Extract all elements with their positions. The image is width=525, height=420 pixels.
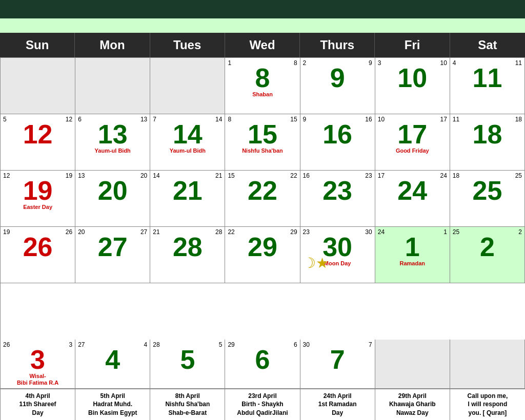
- gregorian-num: 16: [303, 172, 310, 179]
- islamic-num: 26: [66, 228, 72, 236]
- main-date-num: 15: [228, 121, 297, 148]
- islamic-num: 15: [290, 116, 297, 123]
- main-date-num: 28: [153, 234, 222, 260]
- calendar-cell: 101717Good Friday: [375, 114, 450, 171]
- gregorian-num: 30: [303, 341, 310, 348]
- main-date-num: 24: [378, 177, 447, 204]
- main-date-num: 7: [303, 346, 372, 373]
- islamic-num: 27: [140, 228, 147, 236]
- main-date-num: 14: [153, 121, 222, 148]
- calendar-cell: 111818: [450, 114, 525, 171]
- gregorian-num: 8: [228, 116, 231, 123]
- islamic-num: 24: [440, 172, 447, 179]
- gregorian-num: 27: [78, 341, 85, 348]
- calendar-cell: 142121: [150, 171, 225, 227]
- event-label: Yaum-ul Bidh: [78, 148, 147, 154]
- islamic-num: 7: [369, 341, 372, 348]
- islamic-header: [0, 18, 525, 33]
- calendar-cell: 182525: [450, 171, 525, 227]
- gregorian-num: 29: [228, 341, 234, 348]
- calendar-cell: 2744: [75, 340, 150, 388]
- gregorian-num: 9: [303, 116, 307, 123]
- calendar-cell: 2855: [150, 340, 225, 388]
- main-date-num: 29: [228, 234, 297, 260]
- main-date-num: 23: [303, 177, 372, 204]
- gregorian-num: 3: [378, 59, 381, 67]
- main-date-num: 1: [378, 234, 447, 260]
- event-label: Shaban: [228, 91, 297, 98]
- calendar-cell: 81515Nishfu Sha'ban: [225, 114, 300, 171]
- calendar-grid: 188Shaban29931010411115121261313Yaum-ul …: [0, 57, 525, 340]
- footer-cell: 8th April Nishfu Sha'ban Shab-e-Barat: [150, 389, 225, 420]
- event-label: Ramadan: [378, 260, 447, 267]
- calendar-cell: 132020: [75, 171, 150, 227]
- islamic-num: 22: [290, 172, 297, 179]
- calendar-cell: 61313Yaum-ul Bidh: [75, 114, 150, 171]
- islamic-num: 14: [215, 116, 222, 123]
- islamic-num: 1: [443, 228, 447, 236]
- gregorian-num: 21: [153, 228, 159, 236]
- islamic-num: 21: [215, 172, 222, 179]
- calendar-cell: 2411Ramadan: [375, 227, 450, 283]
- calendar-cell: [150, 58, 225, 114]
- calendar-cell: 121919Easter Day: [1, 171, 75, 227]
- calendar-cell: 202727: [75, 227, 150, 283]
- app: SunMonTuesWedThursFriSat 188Shaban299310…: [0, 0, 525, 420]
- islamic-num: 28: [215, 228, 222, 236]
- main-date-num: 9: [303, 65, 372, 91]
- day-header: Fri: [375, 33, 450, 57]
- day-header: Tues: [150, 33, 225, 57]
- islamic-num: 8: [294, 59, 297, 67]
- event-label: Nishfu Sha'ban: [228, 148, 297, 154]
- islamic-num: 20: [140, 172, 147, 179]
- main-date-num: 17: [378, 121, 447, 148]
- footer-cell: 29th April Khawaja Gharib Nawaz Day: [375, 389, 450, 420]
- event-label: Easter Day: [3, 204, 72, 211]
- footer-cell: 5th April Hadrat Muhd. Bin Kasim Egypt: [75, 389, 150, 420]
- gregorian-num: 20: [78, 228, 85, 236]
- main-date-num: 26: [3, 234, 72, 260]
- main-date-num: 19: [3, 177, 72, 204]
- gregorian-num: 28: [153, 341, 159, 348]
- moon-icon: ☽★: [303, 255, 329, 271]
- days-header: SunMonTuesWedThursFriSat: [0, 33, 525, 57]
- islamic-num: 17: [440, 116, 447, 123]
- last-week-row: 2633Wisal- Bibi Fatima R.A27442855296630…: [0, 340, 525, 388]
- calendar-cell: 2966: [225, 340, 300, 388]
- gregorian-num: 13: [78, 172, 85, 179]
- main-date-num: 5: [153, 346, 222, 373]
- islamic-num: 9: [369, 59, 372, 67]
- calendar-cell: 299: [300, 58, 375, 114]
- calendar-cell: 41111: [450, 58, 525, 114]
- gregorian-num: 11: [453, 116, 459, 123]
- main-date-num: 20: [78, 177, 147, 204]
- calendar-cell: 233030☽★Moon Day: [300, 227, 375, 283]
- islamic-num: 3: [69, 341, 72, 348]
- day-header: Sat: [450, 33, 525, 57]
- calendar-cell: 2633Wisal- Bibi Fatima R.A: [1, 340, 75, 388]
- calendar-cell: 71414Yaum-ul Bidh: [150, 114, 225, 171]
- calendar-cell: [375, 340, 450, 388]
- event-label: Wisal- Bibi Fatima R.A: [3, 373, 72, 386]
- event-label: Good Friday: [378, 148, 447, 154]
- calendar-cell: [450, 340, 525, 388]
- islamic-num: 23: [365, 172, 372, 179]
- islamic-num: 18: [515, 116, 522, 123]
- islamic-num: 25: [515, 172, 522, 179]
- footer-cell: 23rd April Birth - Shaykh Abdul QadirJil…: [225, 389, 300, 420]
- islamic-num: 10: [440, 59, 447, 67]
- calendar-cell: 51212: [1, 114, 75, 171]
- calendar-cell: [75, 58, 150, 114]
- day-header: Mon: [75, 33, 150, 57]
- gregorian-num: 19: [3, 228, 10, 236]
- main-date-num: 11: [453, 65, 522, 91]
- islamic-num: 6: [294, 341, 297, 348]
- islamic-num: 29: [290, 228, 297, 236]
- main-date-num: 6: [228, 346, 297, 373]
- gregorian-num: 12: [3, 172, 10, 179]
- gregorian-num: 1: [228, 59, 231, 67]
- islamic-num: 11: [515, 59, 522, 67]
- footer-cell: Call upon me, I will respond you. [ Qura…: [450, 389, 525, 420]
- calendar-cell: 172424: [375, 171, 450, 227]
- calendar-cell: 212828: [150, 227, 225, 283]
